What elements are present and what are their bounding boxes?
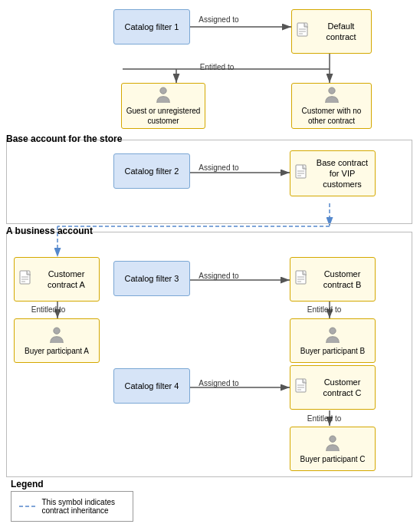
svg-point-20 [160, 87, 166, 94]
customer-contract-a: Customer contract A [14, 257, 100, 302]
catalog-filter-2: Catalog filter 2 [113, 153, 190, 189]
customer-no-other: Customer with no other contract [291, 83, 372, 129]
buyer-b: Buyer participant B [290, 318, 376, 363]
business-account-label: A business account [6, 226, 93, 236]
svg-point-34 [54, 328, 60, 334]
catalog-filter-1: Catalog filter 1 [113, 9, 190, 44]
base-account-label: Base account for the store [6, 133, 122, 144]
customer-contract-c: Customer contract C [290, 365, 376, 410]
assigned-to-label-2: Assigned to [198, 163, 240, 173]
svg-point-35 [330, 328, 336, 334]
assigned-to-label-4: Assigned to [198, 379, 240, 388]
buyer-c: Buyer participant C [290, 427, 376, 471]
customer-contract-b: Customer contract B [290, 257, 376, 302]
legend-box: This symbol indicates contract inheritan… [11, 491, 133, 522]
entitled-to-label-1: Entitled to [190, 63, 244, 72]
assigned-to-label-3: Assigned to [198, 272, 240, 281]
guest-customer: Guest or unregistered customer [121, 83, 205, 129]
svg-point-21 [328, 87, 334, 94]
base-contract-vip: Base contract for VIP customers [290, 150, 376, 196]
legend-title: Legend [11, 479, 44, 489]
svg-point-40 [330, 436, 336, 442]
entitled-to-label-c: Entitled to [297, 414, 351, 423]
entitled-to-label-a: Entitled to [21, 305, 75, 315]
entitled-to-label-b: Entitled to [297, 305, 351, 315]
assigned-to-label-1: Assigned to [198, 15, 240, 25]
buyer-a: Buyer participant A [14, 318, 100, 363]
catalog-filter-3: Catalog filter 3 [113, 261, 190, 296]
catalog-filter-4: Catalog filter 4 [113, 368, 190, 404]
default-contract: Default contract [291, 9, 372, 54]
